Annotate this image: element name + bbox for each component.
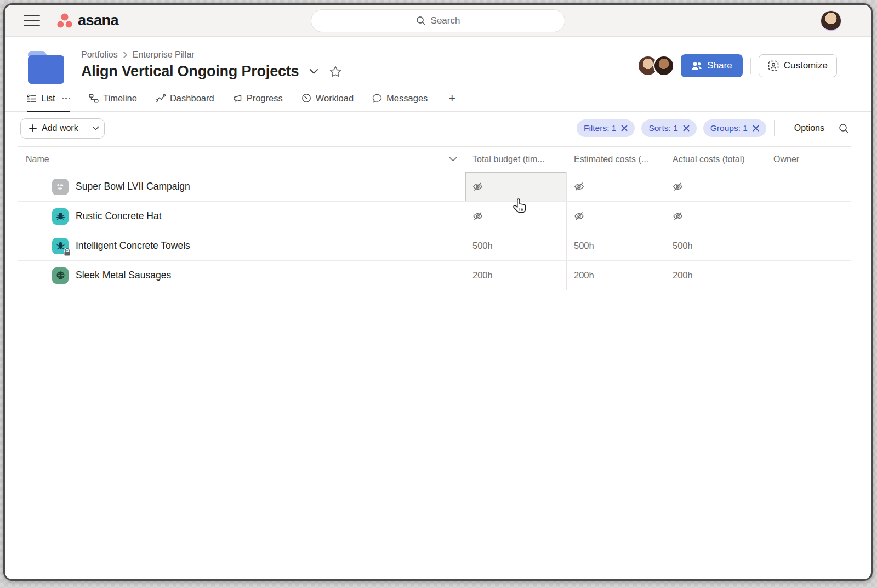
user-avatar[interactable] (821, 10, 841, 31)
budget-cell[interactable]: 200h (465, 261, 566, 290)
groups-chip[interactable]: Groups: 1 (703, 119, 766, 137)
groups-chip-close-icon[interactable] (753, 125, 759, 132)
lock-icon (63, 248, 71, 256)
tab-list[interactable]: List (27, 86, 70, 112)
hidden-eye-slash-icon (673, 181, 683, 192)
hidden-eye-slash-icon (472, 181, 483, 192)
dashboard-icon (156, 94, 166, 102)
customize-button[interactable]: Customize (759, 54, 837, 77)
projects-table: Name Total budget (tim... Estimated cost… (18, 146, 851, 290)
project-name-cell[interactable]: Super Bowl LVII Campaign (18, 172, 465, 201)
sorts-chip-close-icon[interactable] (683, 125, 690, 132)
add-work-button[interactable]: Add work (21, 119, 87, 138)
header-divider (750, 58, 751, 74)
workload-gauge-icon (301, 93, 311, 103)
tab-dashboard-label: Dashboard (170, 93, 214, 104)
project-name: Sleek Metal Sausages (76, 270, 171, 281)
project-bug-icon (52, 208, 69, 225)
menu-icon[interactable] (24, 15, 40, 26)
tab-dashboard[interactable]: Dashboard (156, 86, 214, 111)
owner-cell[interactable] (766, 261, 851, 290)
progress-megaphone-icon (233, 94, 242, 103)
title-chevron-down-icon[interactable] (309, 68, 318, 75)
app-window: asana Search Portfolios Enterprise Pilla… (3, 3, 873, 581)
column-header-name[interactable]: Name (18, 147, 465, 172)
project-name-cell[interactable]: Intelligent Concrete Towels (18, 231, 465, 260)
tab-messages-label: Messages (386, 93, 428, 104)
actual-cell-hidden[interactable] (665, 172, 766, 201)
column-header-name-label: Name (26, 155, 49, 164)
estimated-cell-hidden[interactable] (566, 172, 665, 201)
add-tab-plus-icon[interactable]: + (446, 86, 458, 111)
list-icon (27, 94, 37, 103)
table-header-row: Name Total budget (tim... Estimated cost… (18, 146, 851, 172)
breadcrumb-portfolios[interactable]: Portfolios (81, 50, 118, 60)
project-name: Rustic Concrete Hat (76, 210, 162, 222)
share-button[interactable]: Share (681, 54, 742, 77)
add-work-dropdown-chevron-icon[interactable] (87, 119, 104, 138)
tab-messages[interactable]: Messages (372, 86, 428, 111)
list-toolbar: Add work Filters: 1 Sorts: 1 (5, 112, 871, 145)
share-people-icon (691, 61, 702, 71)
tab-progress[interactable]: Progress (233, 86, 283, 111)
asana-logo-text: asana (78, 12, 118, 29)
column-header-actual-costs[interactable]: Actual costs (total) (665, 147, 766, 172)
breadcrumb: Portfolios Enterprise Pillar (81, 50, 342, 60)
column-header-estimated-costs[interactable]: Estimated costs (... (566, 147, 665, 172)
budget-cell-hidden[interactable] (465, 202, 566, 231)
member-avatar-2[interactable] (653, 55, 674, 76)
actual-cell[interactable]: 200h (665, 261, 766, 290)
tab-workload[interactable]: Workload (301, 86, 354, 111)
table-row: Rustic Concrete Hat (18, 202, 851, 231)
owner-cell[interactable] (766, 202, 851, 231)
list-search-icon[interactable] (839, 123, 849, 134)
member-facepile[interactable] (637, 55, 674, 76)
hidden-eye-slash-icon (574, 181, 584, 192)
table-row: Intelligent Concrete Towels 500h 500h 50… (18, 231, 851, 261)
column-header-total-budget[interactable]: Total budget (tim... (465, 147, 566, 172)
favorite-star-icon[interactable] (329, 65, 342, 78)
add-work-label: Add work (42, 123, 78, 133)
table-row: Super Bowl LVII Campaign (18, 172, 851, 202)
table-row: Sleek Metal Sausages 200h 200h 200h (18, 261, 851, 290)
project-name-cell[interactable]: Rustic Concrete Hat (18, 202, 465, 231)
name-column-chevron-icon[interactable] (449, 157, 457, 162)
owner-cell[interactable] (766, 231, 851, 260)
project-name-cell[interactable]: Sleek Metal Sausages (18, 261, 465, 290)
header-actions: Share Customize (637, 54, 837, 77)
tab-more-icon[interactable] (62, 98, 71, 100)
budget-cell[interactable]: 500h (465, 231, 566, 260)
tab-timeline[interactable]: Timeline (89, 86, 137, 111)
project-bug-locked-icon (52, 238, 69, 254)
customize-icon (768, 60, 779, 71)
search-input[interactable]: Search (311, 9, 565, 32)
filters-chip-label: Filters: 1 (584, 123, 616, 133)
topbar: asana Search (5, 5, 871, 37)
search-icon (416, 16, 426, 26)
asana-dots-icon (55, 12, 74, 30)
filters-chip-close-icon[interactable] (621, 125, 628, 132)
breadcrumb-enterprise-pillar[interactable]: Enterprise Pillar (133, 50, 195, 60)
owner-cell[interactable] (766, 172, 851, 201)
column-header-owner[interactable]: Owner (766, 147, 851, 172)
asana-logo[interactable]: asana (55, 12, 118, 30)
page-header: Portfolios Enterprise Pillar Align Verti… (5, 37, 871, 86)
messages-bubble-icon (372, 94, 382, 103)
options-button[interactable]: Options (794, 123, 824, 133)
filters-chip[interactable]: Filters: 1 (577, 119, 635, 137)
add-work-split-button: Add work (20, 118, 105, 139)
toolbar-divider (774, 120, 775, 136)
sorts-chip[interactable]: Sorts: 1 (641, 119, 696, 137)
groups-chip-label: Groups: 1 (710, 123, 748, 133)
actual-cell-hidden[interactable] (665, 202, 766, 231)
hidden-eye-slash-icon (472, 211, 483, 221)
tab-timeline-label: Timeline (103, 93, 137, 104)
hidden-eye-slash-icon (574, 211, 584, 221)
actual-cell[interactable]: 500h (665, 231, 766, 260)
budget-cell-hidden[interactable] (465, 172, 566, 201)
estimated-cell[interactable]: 500h (566, 231, 665, 260)
estimated-cell[interactable]: 200h (566, 261, 665, 290)
tab-workload-label: Workload (316, 93, 354, 104)
title-block: Portfolios Enterprise Pillar Align Verti… (81, 49, 342, 80)
estimated-cell-hidden[interactable] (566, 202, 665, 231)
